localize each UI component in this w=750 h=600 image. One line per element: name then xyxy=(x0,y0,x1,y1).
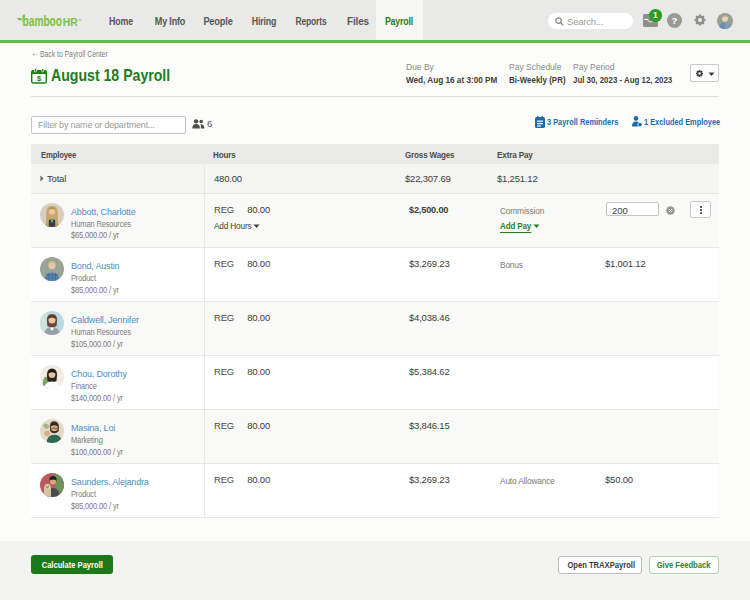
svg-text:bamboo: bamboo xyxy=(23,12,62,29)
svg-text:HR: HR xyxy=(63,16,78,28)
svg-text:$: $ xyxy=(37,74,42,83)
